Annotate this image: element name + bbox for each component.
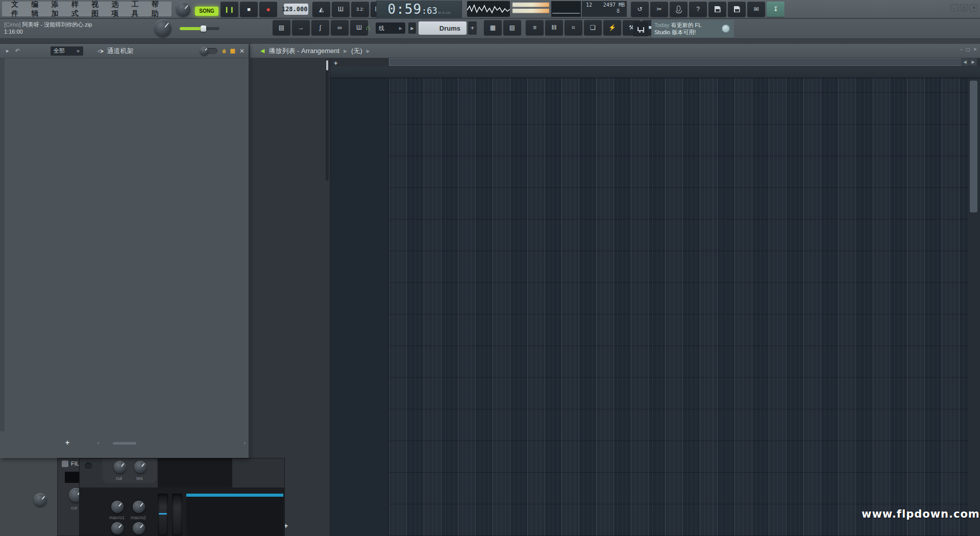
menu-item[interactable]: 样式	[67, 0, 86, 18]
scroll-left-icon[interactable]: ‹	[97, 441, 99, 446]
undo-icon: ↺	[637, 6, 642, 13]
play-icon[interactable]: ▸	[6, 47, 9, 54]
minimize-button[interactable]: –	[950, 4, 959, 11]
playlist-overview-scrollbar[interactable]	[389, 58, 962, 66]
master-pitch-knob[interactable]	[154, 19, 172, 37]
song-mode-badge[interactable]: SONG	[195, 7, 218, 16]
chat-icon: ✉	[753, 6, 758, 13]
mixer-button[interactable]: ‖‖	[545, 20, 563, 35]
record-icon: ●	[266, 5, 270, 13]
cpu-usage: 8	[582, 8, 627, 14]
mic-button[interactable]	[670, 2, 688, 17]
res-knob[interactable]	[134, 461, 146, 473]
macro3-knob[interactable]	[111, 522, 124, 534]
step-advance-button[interactable]: →	[292, 20, 310, 35]
shop-button[interactable]	[633, 21, 648, 36]
menu-item[interactable]: 工具	[128, 0, 146, 18]
add-track-button[interactable]: +	[334, 59, 338, 67]
menu-item[interactable]: 添加	[47, 0, 66, 18]
menu-item[interactable]: 帮助	[148, 0, 166, 18]
volume-handle[interactable]	[201, 26, 206, 32]
chat-button[interactable]: ✉	[747, 2, 765, 17]
pause-button[interactable]: ❙❙	[220, 2, 238, 17]
playlist-button[interactable]: ▤	[273, 20, 290, 35]
menu-item[interactable]: 视图	[87, 0, 106, 18]
metronome-button[interactable]: ◭	[312, 2, 330, 17]
master-volume-slider[interactable]	[180, 27, 219, 30]
close-icon[interactable]: ✕	[239, 47, 244, 55]
plugin-button[interactable]: ⚡	[603, 20, 621, 35]
pattern-list-scrollbar[interactable]	[326, 59, 329, 181]
keyboard-editor-icon[interactable]: ▦	[230, 47, 235, 54]
cut-button[interactable]: ✂	[650, 2, 668, 17]
snap-magnet-icon[interactable]: ∩	[365, 23, 371, 32]
add-pattern-button[interactable]: +	[468, 21, 477, 35]
vertical-scrollbar-thumb[interactable]	[970, 81, 977, 212]
download-button[interactable]: ↧	[767, 2, 785, 17]
undo-icon[interactable]: ↶	[15, 47, 20, 54]
pitch-wheel[interactable]	[158, 494, 168, 535]
stop-button[interactable]: ■	[240, 2, 258, 17]
pattern-picker-icon: ▦	[490, 24, 496, 31]
slide-button[interactable]: ∫	[311, 20, 329, 35]
playlist-title[interactable]: ◀ 播放列表 - Arrangement ▶ (无) ▶	[260, 46, 370, 56]
menu-item[interactable]: 文件	[7, 0, 26, 18]
playlist-lanes[interactable]	[389, 78, 980, 536]
scroll-right-button[interactable]: ▶	[969, 58, 977, 66]
snap-selector[interactable]: 线▶	[376, 22, 405, 34]
mod-wheel[interactable]	[172, 494, 182, 535]
pattern-prev-button[interactable]: ▶	[408, 22, 416, 34]
channel-rack-window: ▸ ↶ 全部▶ ◁▸ 通道机架 ılı ▦ ✕ + ‹ ›	[0, 44, 249, 458]
main-volume-knob[interactable]	[176, 2, 190, 16]
maximize-button[interactable]: ▢	[960, 4, 968, 11]
time-display[interactable]: 0:59:63 M:S:CS	[376, 1, 462, 18]
channel-rack-header: ▸ ↶ 全部▶ ◁▸ 通道机架 ılı ▦ ✕	[0, 44, 249, 58]
browser-button[interactable]: ⌗	[565, 20, 582, 35]
plugin-knob[interactable]	[34, 493, 47, 506]
pattern-selector[interactable]: Drums	[419, 21, 467, 35]
close-button[interactable]: ✕	[970, 4, 978, 11]
pat-song-toggle[interactable]: PAT SONG	[195, 1, 218, 17]
close-button[interactable]: ✕	[973, 47, 977, 52]
add-channel-button[interactable]: +	[65, 438, 69, 447]
cut-knob[interactable]	[114, 461, 126, 473]
memory-usage: 2497 MB	[603, 2, 625, 8]
cpu-memory-panel: 122497 MB 8	[582, 1, 627, 17]
help-button[interactable]: ?	[689, 2, 707, 17]
macro4-knob[interactable]	[133, 522, 145, 534]
menu-item[interactable]: 选项	[107, 0, 126, 18]
save-new-version-button[interactable]	[728, 2, 746, 17]
pattern-menu-button[interactable]: ▤	[503, 20, 521, 35]
graph-editor-icon[interactable]: ılı	[222, 48, 225, 54]
timeline-ruler[interactable]	[330, 66, 980, 78]
cut-icon: ✂	[656, 6, 662, 13]
vertical-scrollbar[interactable]	[968, 78, 980, 536]
channel-rack-button[interactable]: ≡	[526, 20, 544, 35]
pat-label[interactable]: PAT	[195, 1, 218, 6]
save-button[interactable]	[708, 2, 726, 17]
macro1-knob[interactable]	[111, 501, 124, 513]
bpm-spinner[interactable]: ▲▼	[308, 7, 310, 12]
minimize-button[interactable]: –	[960, 47, 963, 52]
record-button[interactable]: ●	[259, 2, 277, 17]
oscilloscope[interactable]	[467, 1, 510, 17]
maximize-button[interactable]: ▢	[966, 47, 970, 52]
rack-scrollbar-thumb[interactable]	[113, 442, 136, 445]
scroll-left-button[interactable]: ◀	[961, 58, 969, 66]
copy-button[interactable]: ❏	[584, 20, 602, 35]
bpm-display[interactable]: 128.000▲▼	[284, 4, 308, 15]
countdown-button[interactable]: 3.2:	[351, 2, 369, 17]
undo-button[interactable]: ↺	[631, 2, 649, 17]
link-button[interactable]: ∞	[331, 20, 349, 35]
scroll-right-icon[interactable]: ›	[244, 441, 246, 446]
pattern-picker-button[interactable]: ▦	[484, 20, 502, 35]
rack-scrollbar[interactable]: ‹ ›	[105, 442, 238, 446]
update-notification[interactable]: Today 有更新的 FL Studio 版本可用!	[651, 20, 734, 37]
macro2-knob[interactable]	[133, 501, 145, 513]
rack-volume-knob[interactable]	[200, 47, 208, 55]
wait-for-input-button[interactable]: Ш	[332, 2, 350, 17]
channel-filter-dropdown[interactable]: 全部▶	[51, 46, 83, 56]
piano-keyboard[interactable]	[186, 494, 283, 536]
rack-left-strip	[0, 58, 5, 431]
menu-item[interactable]: 编辑	[27, 0, 46, 18]
